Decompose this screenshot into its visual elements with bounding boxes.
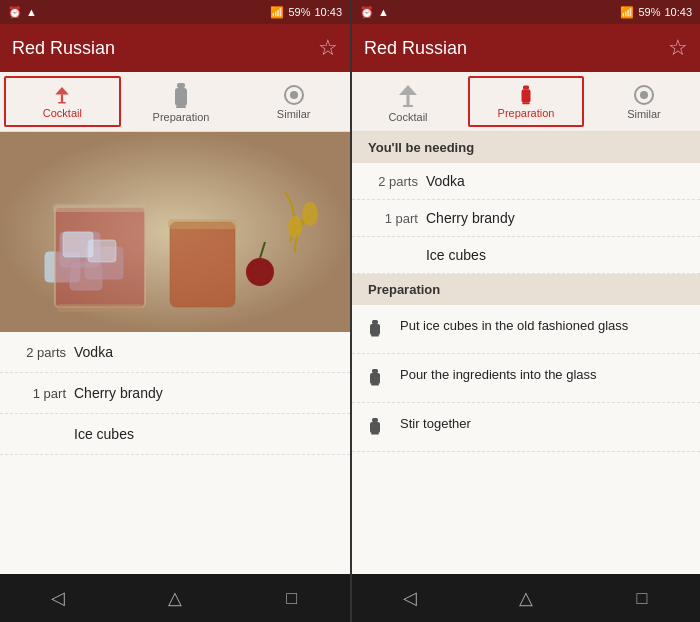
step2-text: Pour the ingredients into the glass [400, 366, 597, 384]
tab-cocktail-right[interactable]: Cocktail [352, 72, 464, 131]
right-screen: ⏰ ▲ 📶 59% 10:43 Red Russian ☆ Cocktail [352, 0, 700, 622]
cocktail-illustration [0, 132, 350, 332]
step3-icon [368, 417, 388, 439]
similar-icon-left [283, 84, 305, 106]
svg-rect-5 [176, 106, 186, 108]
left-favorite-button[interactable]: ☆ [318, 35, 338, 61]
right-time-display: 10:43 [664, 6, 692, 18]
signal-icon: 📶 [270, 6, 284, 19]
svg-rect-2 [59, 102, 67, 104]
step1-text: Put ice cubes in the old fashioned glass [400, 317, 628, 335]
needs-section-header: You'll be needing [352, 132, 700, 163]
ingredient-name-3: Ice cubes [74, 426, 134, 442]
svg-rect-14 [53, 204, 147, 212]
svg-rect-25 [406, 95, 409, 105]
needs-row-3: Ice cubes [352, 237, 700, 274]
right-status-bar: ⏰ ▲ 📶 59% 10:43 [352, 0, 700, 24]
prep-step-3: Stir together [352, 403, 700, 452]
needs-row-2: 1 part Cherry brandy [352, 200, 700, 237]
svg-rect-33 [370, 324, 380, 335]
tab-cocktail-left[interactable]: Cocktail [4, 76, 121, 127]
left-screen: ⏰ ▲ 📶 59% 10:43 Red Russian ☆ Cocktail [0, 0, 350, 622]
svg-rect-32 [372, 320, 378, 324]
svg-rect-28 [521, 89, 530, 103]
step2-icon [368, 368, 388, 390]
prep-section-header: Preparation [352, 274, 700, 305]
ingredient-name-2: Cherry brandy [74, 385, 163, 401]
step1-icon [368, 319, 388, 341]
ingredient-row-1: 2 parts Vodka [0, 332, 350, 373]
tab-preparation-left[interactable]: Preparation [125, 72, 238, 131]
similar-icon-right [633, 84, 655, 106]
tab-preparation-label-left: Preparation [153, 111, 210, 123]
back-button-left[interactable]: ◁ [38, 583, 78, 613]
left-app-title: Red Russian [12, 38, 115, 59]
svg-rect-40 [371, 433, 379, 435]
needs-name-3: Ice cubes [426, 247, 486, 263]
back-button-right[interactable]: ◁ [390, 583, 430, 613]
ingredient-row-3: Ice cubes [0, 414, 350, 455]
svg-rect-21 [168, 219, 237, 229]
status-right-icons: 📶 59% 10:43 [270, 6, 342, 19]
recent-button-left[interactable]: □ [272, 583, 312, 613]
status-left-icons: ⏰ ▲ [8, 6, 37, 19]
tab-similar-label-right: Similar [627, 108, 661, 120]
shaker-step-icon-3 [368, 417, 382, 435]
left-tab-bar: Cocktail Preparation Similar [0, 72, 350, 132]
svg-rect-27 [523, 86, 529, 90]
right-nav-bar: ◁ △ □ [352, 574, 700, 622]
alarm-icon: ⏰ [8, 6, 22, 19]
left-nav-bar: ◁ △ □ [0, 574, 350, 622]
svg-point-23 [288, 216, 302, 238]
right-app-bar: Red Russian ☆ [352, 24, 700, 72]
svg-point-18 [246, 258, 274, 286]
right-battery-text: 59% [638, 6, 660, 18]
tab-preparation-right[interactable]: Preparation [468, 76, 584, 127]
svg-point-31 [640, 91, 648, 99]
ingredient-parts-1: 2 parts [16, 345, 66, 360]
cocktail-icon [51, 84, 73, 105]
needs-parts-1: 2 parts [368, 174, 418, 189]
right-alarm-icon: ⏰ [360, 6, 374, 19]
svg-rect-17 [88, 240, 116, 262]
svg-rect-4 [175, 88, 187, 106]
shaker-icon-left [172, 81, 190, 109]
recent-button-right[interactable]: □ [622, 583, 662, 613]
left-ingredients-list: 2 parts Vodka 1 part Cherry brandy Ice c… [0, 332, 350, 574]
svg-rect-34 [371, 335, 379, 337]
svg-rect-26 [403, 105, 413, 107]
svg-rect-36 [370, 373, 380, 384]
wifi-icon: ▲ [26, 6, 37, 18]
svg-marker-0 [56, 87, 70, 95]
svg-rect-37 [371, 384, 379, 386]
right-signal-icon: 📶 [620, 6, 634, 19]
tab-similar-right[interactable]: Similar [588, 72, 700, 131]
ingredient-parts-2: 1 part [16, 386, 66, 401]
needs-parts-2: 1 part [368, 211, 418, 226]
svg-rect-15 [58, 304, 142, 312]
home-button-left[interactable]: △ [155, 583, 195, 613]
svg-marker-24 [399, 85, 417, 95]
svg-rect-20 [170, 222, 235, 307]
time-display: 10:43 [314, 6, 342, 18]
svg-rect-3 [177, 83, 185, 88]
svg-rect-38 [372, 418, 378, 422]
left-app-bar: Red Russian ☆ [0, 24, 350, 72]
home-button-right[interactable]: △ [506, 583, 546, 613]
step3-text: Stir together [400, 415, 471, 433]
tab-similar-label-left: Similar [277, 108, 311, 120]
tab-preparation-label-right: Preparation [498, 107, 555, 119]
right-app-title: Red Russian [364, 38, 467, 59]
svg-rect-29 [522, 103, 530, 105]
tab-cocktail-label-left: Cocktail [43, 107, 82, 119]
cocktail-icon-right [397, 81, 419, 109]
needs-name-1: Vodka [426, 173, 465, 189]
shaker-step-icon-1 [368, 319, 382, 337]
shaker-step-icon-2 [368, 368, 382, 386]
content-spacer [352, 452, 700, 574]
tab-similar-left[interactable]: Similar [237, 72, 350, 131]
svg-rect-35 [372, 369, 378, 373]
prep-step-1: Put ice cubes in the old fashioned glass [352, 305, 700, 354]
right-favorite-button[interactable]: ☆ [668, 35, 688, 61]
ingredient-row-2: 1 part Cherry brandy [0, 373, 350, 414]
